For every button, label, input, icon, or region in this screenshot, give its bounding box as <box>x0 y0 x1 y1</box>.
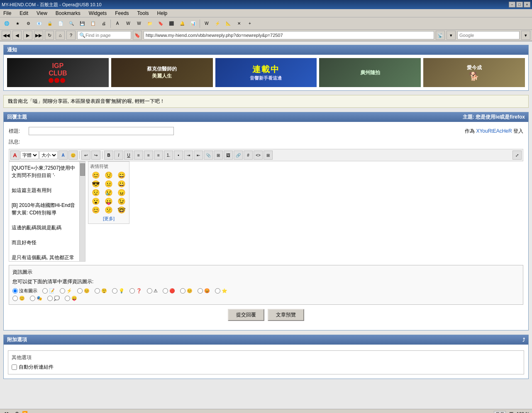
google-dropdown[interactable]: ▾ <box>521 31 530 40</box>
toolbar-btn-13[interactable]: W <box>134 19 144 29</box>
close-button[interactable]: × <box>524 2 530 7</box>
minimize-button[interactable]: − <box>509 2 515 7</box>
menu-file[interactable]: File <box>2 10 13 17</box>
toolbar-btn-7[interactable]: 🔍 <box>66 19 76 29</box>
toolbar-btn-15[interactable]: 🔖 <box>156 19 166 29</box>
menu-bookmarks[interactable]: Bookmarks <box>54 10 82 17</box>
menu-tools[interactable]: Tools <box>136 10 151 17</box>
editor-smiley[interactable]: 😊 <box>68 151 78 160</box>
radio-icon-2[interactable]: ⚡ <box>60 288 72 294</box>
radio-icon-5[interactable]: 💡 <box>112 288 124 294</box>
emoji-confused[interactable]: 😕 <box>103 206 115 214</box>
radio-icon-1-input[interactable] <box>42 288 48 294</box>
status-icon-1[interactable]: ⚙ <box>15 411 19 413</box>
radio-icon-10-input[interactable] <box>198 288 203 294</box>
nav-home[interactable]: ⌂ <box>56 31 65 40</box>
radio-icon-13[interactable]: 🎭 <box>30 296 42 301</box>
toolbar-btn-1[interactable]: 🌐 <box>2 19 12 29</box>
editor-align-right[interactable]: ≡ <box>154 151 163 160</box>
toolbar-btn-21[interactable]: 📐 <box>223 19 233 29</box>
toolbar-btn-19[interactable]: W <box>202 19 212 29</box>
toolbar-btn-14[interactable]: 📁 <box>145 19 155 29</box>
emoji-worried[interactable]: 😟 <box>90 189 102 197</box>
radio-icon-6[interactable]: ❓ <box>129 288 142 294</box>
editor-font-color[interactable]: A <box>10 151 20 160</box>
editor-font-select[interactable]: 字體 <box>20 151 39 159</box>
title-input[interactable] <box>29 127 174 135</box>
toolbar-btn-10[interactable]: 🖨 <box>99 19 109 29</box>
emoji-blush[interactable]: 😊 <box>90 206 102 214</box>
toolbar-close-tab[interactable]: ✕ <box>234 19 244 29</box>
editor-bold[interactable]: B <box>104 151 113 160</box>
banner-guangzhou[interactable]: 廣州隨拍 <box>319 58 421 87</box>
editor-underline[interactable]: U <box>124 151 133 160</box>
toolbar-btn-4[interactable]: 📧 <box>34 19 44 29</box>
editor-link[interactable]: 🔗 <box>234 151 243 160</box>
radio-icon-8-input[interactable] <box>163 288 168 294</box>
menu-view[interactable]: View <box>35 10 49 17</box>
search-box[interactable]: 🔍 <box>77 31 131 39</box>
emoji-cool[interactable]: 😎 <box>90 180 102 188</box>
bookmark-btn[interactable]: 🔖 <box>133 31 142 40</box>
toolbar-btn-9[interactable]: 📋 <box>88 19 98 29</box>
menu-widgets[interactable]: Widgets <box>87 10 108 17</box>
google-search-box[interactable] <box>457 31 520 39</box>
google-input[interactable] <box>459 33 517 38</box>
radio-icon-6-input[interactable] <box>129 288 135 294</box>
emoji-wink[interactable]: 😉 <box>115 197 127 205</box>
radio-icon-3-input[interactable] <box>77 288 83 294</box>
checkbox-label[interactable]: 自動分析連結件 <box>12 364 520 371</box>
restore-button[interactable]: □ <box>516 2 523 7</box>
editor-text-color[interactable]: A <box>59 151 68 160</box>
editor-align-center[interactable]: ≡ <box>144 151 153 160</box>
url-input[interactable] <box>146 33 432 38</box>
toolbar-btn-17[interactable]: 🔔 <box>177 19 187 29</box>
radio-icon-3[interactable]: 😊 <box>77 288 90 294</box>
menu-feeds[interactable]: Feeds <box>113 10 130 17</box>
emoji-happy[interactable]: 😀 <box>115 180 127 188</box>
emoji-smile[interactable]: 😊 <box>90 171 102 179</box>
emoji-laugh[interactable]: 😄 <box>115 171 127 179</box>
radio-icon-11-input[interactable] <box>215 288 220 294</box>
editor-textarea[interactable]: [QUOTE=小東;72507]使用中文而問不到但目前 '· 如這篇主題有用到 … <box>9 162 79 261</box>
radio-icon-7[interactable]: ⚠ <box>147 288 158 294</box>
url-bar[interactable] <box>144 31 434 39</box>
emoji-glasses[interactable]: 🤓 <box>115 206 127 214</box>
radio-icon-9[interactable]: 😊 <box>180 288 193 294</box>
editor-size-select[interactable]: 大小 <box>39 151 58 159</box>
radio-icon-12[interactable]: 😊 <box>12 296 25 301</box>
radio-icon-8[interactable]: 🔴 <box>163 288 175 294</box>
submit-reply-button[interactable]: 提交回覆 <box>228 309 264 321</box>
status-icon-2[interactable]: 🔽 <box>22 411 28 413</box>
toolbar-btn-18[interactable]: 📊 <box>188 19 198 29</box>
radio-icon-4-input[interactable] <box>95 288 100 294</box>
editor-outdent[interactable]: ⇤ <box>194 151 203 160</box>
radio-icon-12-input[interactable] <box>12 296 18 301</box>
author-link[interactable]: XYouRtEAcHeR <box>476 128 512 134</box>
radio-icon-5-input[interactable] <box>112 288 117 294</box>
page-content[interactable]: 通知 IGP CLUB 蔡克信醫師的 <box>0 41 532 409</box>
emoji-surprised[interactable]: 😮 <box>90 197 102 205</box>
editor-more[interactable]: ⊞ <box>264 151 273 160</box>
radio-no-icon[interactable]: 沒有圖示 <box>12 288 37 294</box>
nav-arrows-left[interactable]: ◀ ▶ <box>2 411 10 413</box>
toolbar-btn-2[interactable]: ★ <box>12 19 22 29</box>
menu-help[interactable]: Help <box>156 10 169 17</box>
editor-redo[interactable]: ↪ <box>91 151 100 160</box>
banner-dog[interactable]: 愛今成 🐕 <box>423 58 525 87</box>
editor-image[interactable]: 🖼 <box>224 151 233 160</box>
radio-icon-14-input[interactable] <box>47 296 53 301</box>
editor-paperclip[interactable]: 📎 <box>204 151 213 160</box>
editor-undo[interactable]: ↩ <box>81 151 90 160</box>
nav-forward-forward[interactable]: ▶▶ <box>34 31 43 40</box>
radio-icon-14[interactable]: 💭 <box>47 296 60 301</box>
editor-table[interactable]: ⊞ <box>214 151 223 160</box>
preview-button[interactable]: 文章預覽 <box>268 309 304 321</box>
feed-btn[interactable]: 📡 <box>436 31 445 40</box>
emoji-more-link[interactable]: [更多] <box>90 216 127 222</box>
toolbar-btn-20[interactable]: ⚡ <box>212 19 222 29</box>
nav-reload[interactable]: ↻ <box>45 31 54 40</box>
emoji-angry[interactable]: 😠 <box>115 189 127 197</box>
auto-parse-checkbox[interactable] <box>12 364 17 370</box>
zoom-box[interactable]: 100 % <box>517 411 530 413</box>
